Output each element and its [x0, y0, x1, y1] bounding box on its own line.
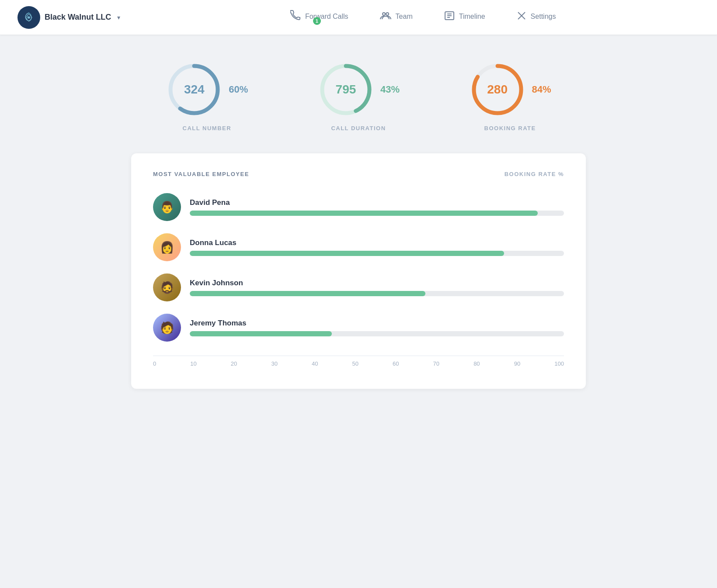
forward-calls-label: Forward Calls — [305, 13, 348, 21]
avatar-icon: 🧑 — [160, 321, 174, 335]
bar-fill — [190, 291, 425, 296]
call-duration-percent: 43% — [380, 84, 400, 95]
card-title: MOST VALUABLE EMPLOYEE — [153, 171, 249, 177]
employee-card: MOST VALUABLE EMPLOYEE BOOKING RATE % 👨 … — [131, 153, 586, 389]
call-number-percent: 60% — [229, 84, 248, 95]
card-subtitle: BOOKING RATE % — [505, 171, 564, 177]
avatar: 👨 — [153, 193, 181, 221]
main-nav: 1 Forward Calls Team — [146, 0, 700, 35]
chart-axis: 0 10 20 30 40 50 60 70 80 90 100 — [153, 356, 564, 367]
timeline-icon — [444, 10, 455, 23]
bar-track — [190, 211, 564, 216]
bar-track — [190, 331, 564, 336]
bar-fill — [190, 211, 538, 216]
bar-track — [190, 291, 564, 296]
nav-item-timeline[interactable]: Timeline — [428, 0, 501, 35]
employee-name: David Pena — [190, 198, 564, 207]
call-number-gauge: 324 — [166, 61, 223, 118]
booking-rate-gauge: 280 — [469, 61, 526, 118]
table-row: 🧔 Kevin Johnson — [153, 273, 564, 301]
call-duration-label: CALL DURATION — [331, 125, 386, 131]
nav-item-forward-calls[interactable]: 1 Forward Calls — [275, 0, 364, 35]
axis-label: 70 — [433, 360, 439, 367]
bar-fill — [190, 251, 504, 256]
axis-label: 100 — [554, 360, 564, 367]
axis-label: 0 — [153, 360, 156, 367]
axis-labels: 0 10 20 30 40 50 60 70 80 90 100 — [153, 360, 564, 367]
company-logo — [17, 6, 40, 29]
call-duration-gauge: 795 — [317, 61, 374, 118]
svg-point-2 — [383, 13, 385, 15]
employee-info: David Pena — [190, 198, 564, 216]
booking-rate-value: 280 — [487, 83, 508, 97]
team-label: Team — [396, 13, 413, 21]
employee-name: Jeremy Thomas — [190, 319, 564, 328]
avatar-icon: 👨 — [160, 201, 174, 214]
employee-list: 👨 David Pena 👩 Donna Lucas — [153, 193, 564, 342]
avatar: 👩 — [153, 233, 181, 261]
call-number-value: 324 — [184, 83, 205, 97]
app-header: Black Walnut LLC ▾ 1 Forward Calls — [0, 0, 717, 35]
timeline-label: Timeline — [459, 13, 485, 21]
avatar: 🧑 — [153, 314, 181, 342]
axis-label: 90 — [514, 360, 520, 367]
avatar-icon: 🧔 — [160, 281, 174, 294]
axis-label: 30 — [271, 360, 277, 367]
team-icon — [380, 10, 391, 23]
axis-label: 20 — [231, 360, 237, 367]
svg-point-3 — [386, 13, 389, 15]
table-row: 👩 Donna Lucas — [153, 233, 564, 261]
avatar: 🧔 — [153, 273, 181, 301]
employee-name: Kevin Johnson — [190, 279, 564, 287]
axis-label: 40 — [312, 360, 318, 367]
booking-rate-percent: 84% — [532, 84, 551, 95]
employee-info: Donna Lucas — [190, 239, 564, 256]
settings-label: Settings — [531, 13, 556, 21]
booking-rate-metric: 280 84% BOOKING RATE — [469, 61, 551, 131]
nav-item-team[interactable]: Team — [364, 0, 428, 35]
svg-point-1 — [28, 16, 30, 18]
axis-label: 80 — [473, 360, 480, 367]
avatar-icon: 👩 — [160, 241, 174, 254]
table-row: 👨 David Pena — [153, 193, 564, 221]
phone-icon: 1 — [290, 10, 301, 23]
bar-fill — [190, 331, 332, 336]
metrics-section: 324 60% CALL NUMBER 795 43% CALL DURATIO… — [131, 61, 586, 131]
employee-info: Kevin Johnson — [190, 279, 564, 296]
card-header: MOST VALUABLE EMPLOYEE BOOKING RATE % — [153, 171, 564, 177]
table-row: 🧑 Jeremy Thomas — [153, 314, 564, 342]
forward-calls-badge: 1 — [313, 17, 321, 25]
axis-label: 50 — [352, 360, 358, 367]
nav-item-settings[interactable]: Settings — [501, 0, 572, 35]
call-number-label: CALL NUMBER — [183, 125, 232, 131]
main-content: 324 60% CALL NUMBER 795 43% CALL DURATIO… — [96, 35, 621, 415]
bar-track — [190, 251, 564, 256]
company-chevron-icon: ▾ — [117, 14, 120, 21]
employee-info: Jeremy Thomas — [190, 319, 564, 336]
call-duration-value: 795 — [336, 83, 356, 97]
axis-label: 60 — [393, 360, 399, 367]
company-name-label: Black Walnut LLC — [45, 13, 111, 22]
x-icon — [517, 11, 526, 22]
company-selector[interactable]: Black Walnut LLC ▾ — [17, 6, 120, 29]
axis-label: 10 — [190, 360, 196, 367]
booking-rate-label: BOOKING RATE — [484, 125, 536, 131]
call-number-metric: 324 60% CALL NUMBER — [166, 61, 248, 131]
call-duration-metric: 795 43% CALL DURATION — [317, 61, 400, 131]
employee-name: Donna Lucas — [190, 239, 564, 247]
